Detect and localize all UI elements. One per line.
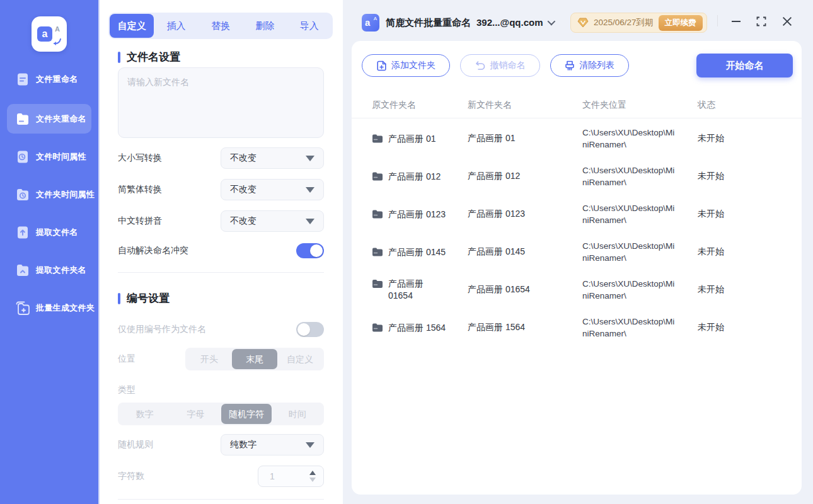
maximize-button[interactable] <box>754 14 769 29</box>
tab-import[interactable]: 导入 <box>287 14 332 38</box>
table-row[interactable]: 产品画册 0123 产品画册 0123 C:\Users\XU\Desktop\… <box>352 195 802 233</box>
file-rename-icon <box>15 72 30 87</box>
sidebar-item-file-rename[interactable]: 文件重命名 <box>7 65 91 94</box>
start-rename-button[interactable]: 开始命名 <box>696 54 793 77</box>
clear-list-button[interactable]: 清除列表 <box>550 54 629 77</box>
conflict-label: 自动解决命名冲突 <box>118 245 188 256</box>
char-count-input[interactable]: 1 <box>258 466 324 487</box>
position-option-end[interactable]: 末尾 <box>232 349 277 369</box>
toggle-knob <box>310 244 323 257</box>
table-row[interactable]: 产品画册 1564 产品画册 1564 C:\Users\XU\Desktop\… <box>352 309 802 346</box>
type-label: 类型 <box>118 384 136 396</box>
sidebar-item-folder-rename[interactable]: 文件夹重命名 <box>7 104 91 134</box>
stepper-up-icon[interactable] <box>309 471 316 475</box>
status-text: 未开始 <box>698 133 724 144</box>
position-option-start[interactable]: 开头 <box>187 349 232 369</box>
titlebar: a A 简鹿文件批量重命名 392...@qq.com 2025/06/27到期… <box>343 0 813 41</box>
table-row[interactable]: 产品画册 0145 产品画册 0145 C:\Users\XU\Desktop\… <box>352 233 802 271</box>
status-text: 未开始 <box>698 246 724 258</box>
folder-icon <box>372 248 383 257</box>
tab-replace[interactable]: 替换 <box>199 14 243 38</box>
type-option-time[interactable]: 时间 <box>272 404 323 424</box>
clear-list-label: 清除列表 <box>579 60 614 71</box>
col-status: 状态 <box>698 100 715 111</box>
tab-delete[interactable]: 删除 <box>243 14 287 38</box>
status-text: 未开始 <box>698 209 724 220</box>
tab-insert[interactable]: 插入 <box>154 14 198 38</box>
main-card: 添加文件夹 撤销命名 清除列表 开始命名 原文件夹名 新文件夹名 文件夹位置 状… <box>352 41 802 495</box>
table-row[interactable]: 产品画册 01654 产品画册 01654 C:\Users\XU\Deskto… <box>352 271 802 309</box>
table-row[interactable]: 产品画册 01 产品画册 01 C:\Users\XU\Desktop\Mini… <box>352 120 802 158</box>
tab-custom[interactable]: 自定义 <box>110 14 154 38</box>
renew-button[interactable]: 立即续费 <box>659 15 703 31</box>
sidebar-item-folder-time[interactable]: 文件夹时间属性 <box>7 180 91 209</box>
account-email: 392...@qq.com <box>476 17 543 28</box>
simplified-traditional-select[interactable]: 不改变 <box>221 179 324 200</box>
add-folder-label: 添加文件夹 <box>391 60 435 71</box>
random-rule-select[interactable]: 纯数字 <box>221 434 324 455</box>
only-number-label: 仅使用编号作为文件名 <box>118 324 206 335</box>
sidebar-item-label: 文件时间属性 <box>36 151 86 163</box>
table-row[interactable]: 产品画册 012 产品画册 012 C:\Users\XU\Desktop\Mi… <box>352 158 802 195</box>
pinyin-select[interactable]: 不改变 <box>221 210 324 232</box>
position-option-custom[interactable]: 自定义 <box>277 349 323 369</box>
batch-create-folder-icon <box>15 301 30 316</box>
app-icon-A: A <box>374 16 377 21</box>
sidebar-item-extract-foldername[interactable]: 提取文件夹名 <box>7 256 91 285</box>
logo-arrow-icon <box>52 38 62 46</box>
add-folder-button[interactable]: 添加文件夹 <box>362 54 450 77</box>
logo-a-icon: a <box>37 26 52 42</box>
conflict-toggle[interactable] <box>296 243 324 258</box>
sidebar-item-extract-filename[interactable]: 提取文件名 <box>7 218 91 247</box>
new-folder-name: 产品画册 01 <box>468 133 579 144</box>
folder-path: C:\Users\XU\Desktop\MiniRenamer\ <box>582 240 677 264</box>
sidebar-item-file-time[interactable]: 文件时间属性 <box>7 142 91 171</box>
sidebar-item-label: 批量生成文件夹 <box>36 302 95 314</box>
selected-value: 不改变 <box>230 215 257 227</box>
type-option-number[interactable]: 数字 <box>119 404 170 424</box>
caret-down-icon <box>306 219 314 224</box>
type-option-random[interactable]: 随机字符 <box>221 404 272 424</box>
type-option-letter[interactable]: 字母 <box>170 404 221 424</box>
undo-rename-button[interactable]: 撤销命名 <box>460 54 540 77</box>
case-conversion-select[interactable]: 不改变 <box>221 147 324 169</box>
selected-value: 不改变 <box>230 184 257 195</box>
original-folder-name: 产品画册 01654 <box>388 278 449 302</box>
account-menu[interactable]: 392...@qq.com <box>476 17 553 28</box>
status-text: 未开始 <box>698 322 724 333</box>
position-label: 位置 <box>118 353 136 365</box>
app-icon-a: a <box>365 17 370 28</box>
folder-icon <box>372 210 383 219</box>
original-folder-name: 产品画册 0145 <box>388 246 446 258</box>
number-stepper[interactable] <box>309 471 316 482</box>
new-filename-input[interactable] <box>118 67 324 138</box>
logo-A-icon: A <box>55 25 60 33</box>
random-rule-row: 随机规则 纯数字 <box>118 434 324 455</box>
minimize-icon <box>732 21 741 22</box>
extract-foldername-icon <box>15 263 30 278</box>
close-button[interactable] <box>780 14 795 29</box>
minimize-button[interactable] <box>729 14 744 29</box>
col-original-name: 原文件夹名 <box>372 100 416 111</box>
stepper-down-icon[interactable] <box>309 478 316 482</box>
folder-path: C:\Users\XU\Desktop\MiniRenamer\ <box>582 164 677 188</box>
undo-icon <box>475 60 486 71</box>
selected-value: 不改变 <box>230 152 257 164</box>
caret-down-icon <box>306 156 314 161</box>
simplified-traditional-label: 简繁体转换 <box>118 184 162 195</box>
app-logo: a A <box>32 16 67 52</box>
sidebar-item-label: 提取文件夹名 <box>36 265 86 276</box>
original-folder-name: 产品画册 0123 <box>388 209 446 220</box>
settings-panel: 自定义 插入 替换 删除 导入 文件名设置 大小写转换 不改变 简繁体转换 不改… <box>98 0 343 504</box>
new-folder-name: 产品画册 0145 <box>468 246 579 258</box>
folder-path: C:\Users\XU\Desktop\MiniRenamer\ <box>582 316 677 340</box>
simplified-traditional-row: 简繁体转换 不改变 <box>118 179 324 200</box>
sidebar-item-batch-create-folder[interactable]: 批量生成文件夹 <box>7 294 91 323</box>
folder-rename-icon <box>15 112 30 127</box>
random-rule-label: 随机规则 <box>118 439 153 450</box>
section-accent-bar <box>118 52 120 63</box>
sidebar-item-label: 文件重命名 <box>36 74 78 85</box>
section-accent-bar <box>118 293 120 304</box>
only-number-toggle[interactable] <box>296 322 324 337</box>
folder-icon <box>372 323 383 333</box>
